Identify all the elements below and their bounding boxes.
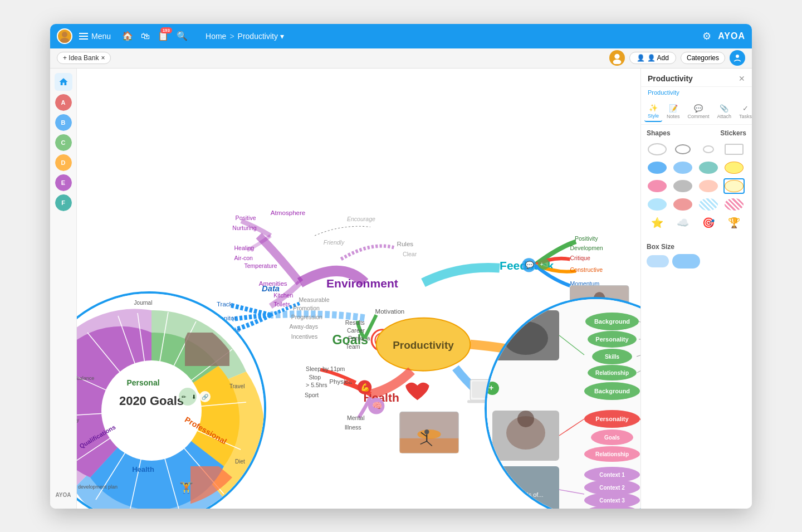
svg-text:Temperature: Temperature (244, 262, 277, 269)
svg-point-2 (614, 54, 619, 59)
shape-gray-filled[interactable] (672, 178, 693, 194)
notes-icon: 📝 (669, 104, 678, 113)
tab-style[interactable]: ✨ Style (644, 101, 662, 122)
current-page-breadcrumb[interactable]: Productivity ▾ (238, 32, 284, 41)
shape-blue-filled[interactable] (647, 160, 668, 175)
svg-text:Promotion: Promotion (293, 305, 320, 311)
topbar: Menu 🏠 🛍 📋 193 🔍 Home > Productivity ▾ ⚙… (50, 24, 752, 48)
shape-lt-blue-filled[interactable] (647, 197, 668, 212)
zoom-circle-right: + + 5 seconds of... Background Pe (485, 297, 640, 509)
svg-text:Clear: Clear (403, 251, 417, 257)
svg-text:5 seconds of...: 5 seconds of... (503, 491, 544, 498)
shape-pattern-2[interactable] (723, 197, 745, 212)
svg-text:Positive: Positive (236, 214, 256, 221)
notification-dot-3 (69, 194, 72, 198)
svg-text:Critique: Critique (570, 255, 590, 261)
shape-blue-filled-2[interactable] (672, 160, 693, 175)
box-size-small[interactable] (647, 255, 669, 267)
svg-rect-134 (185, 333, 229, 366)
panel-close-button[interactable]: ✕ (739, 74, 745, 83)
shape-red-filled[interactable] (672, 197, 693, 212)
shape-sticker-heart[interactable]: 🎯 (698, 215, 719, 231)
shape-rect-outline[interactable] (723, 141, 745, 157)
svg-point-94 (424, 429, 429, 434)
svg-text:Work-life balance: Work-life balance (77, 375, 94, 381)
idea-bank-button[interactable]: + Idea Bank × (57, 52, 111, 64)
shape-pink-filled[interactable] (647, 178, 668, 194)
svg-text:Data: Data (262, 284, 280, 293)
svg-text:Progression: Progression (291, 313, 322, 320)
sidebar-item-home[interactable] (55, 73, 72, 91)
shape-teal-filled[interactable] (698, 160, 719, 175)
svg-point-3 (613, 60, 622, 64)
sidebar-item-more[interactable]: AYOA (55, 486, 72, 504)
sidebar-avatar-2[interactable]: B (55, 114, 72, 131)
sidebar-avatar-3[interactable]: C (55, 134, 72, 151)
box-size-medium[interactable] (672, 254, 700, 269)
add-button[interactable]: 👤 👤 Add (629, 52, 676, 64)
main-content: A B C D E F AYOA (50, 69, 752, 509)
svg-point-147 (503, 321, 548, 355)
svg-text:Background: Background (594, 318, 630, 325)
shape-oval-outline-2[interactable] (672, 141, 693, 157)
shape-sticker-cloud[interactable]: ☁️ (672, 215, 693, 231)
topbar-right: ⚙ AYOA (702, 30, 745, 42)
svg-text:> 5.5hrs: > 5.5hrs (306, 382, 327, 388)
box-size-options (647, 254, 746, 269)
svg-text:Environment: Environment (326, 276, 398, 289)
tab-tasks[interactable]: ✓ Tasks (736, 102, 752, 121)
menu-button[interactable]: Menu (79, 32, 111, 41)
notification-icon[interactable]: 📋 193 (158, 31, 169, 41)
svg-text:Skills: Skills (605, 354, 620, 360)
svg-text:Health: Health (132, 465, 154, 474)
search-icon[interactable]: 🔍 (177, 31, 188, 41)
sidebar-avatar-4[interactable]: D (55, 154, 72, 171)
home-icon[interactable]: 🏠 (122, 31, 133, 41)
sidebar-avatar-5[interactable]: E (55, 174, 72, 191)
svg-text:Goals: Goals (604, 435, 620, 441)
svg-text:Context 2: Context 2 (599, 485, 625, 491)
stickers-label: Stickers (720, 129, 746, 137)
tab-attach[interactable]: 📎 Attach (714, 102, 735, 121)
shape-sticker-star[interactable]: ⭐ (647, 215, 668, 231)
shape-oval-small[interactable] (698, 141, 719, 157)
svg-point-25 (538, 258, 550, 270)
subtoolbar-right: 👤 👤 Add Categories (609, 50, 745, 66)
home-breadcrumb[interactable]: Home (206, 32, 226, 41)
svg-rect-157 (492, 466, 559, 509)
svg-text:🏋: 🏋 (179, 481, 193, 494)
tab-notes-label: Notes (667, 114, 680, 119)
user-avatar[interactable] (57, 28, 72, 44)
shape-yellow-filled[interactable] (723, 160, 745, 175)
settings-icon[interactable]: ⚙ (702, 30, 711, 42)
tab-comment[interactable]: 💬 Comment (684, 102, 713, 121)
tasks-icon: ✓ (742, 104, 749, 113)
shape-sticker-4[interactable]: 🏆 (723, 215, 745, 231)
svg-text:Journal: Journal (134, 300, 153, 306)
svg-text:Personal: Personal (126, 378, 159, 387)
svg-text:Stop: Stop (309, 374, 321, 380)
canvas-area[interactable]: Positive Nurturing Atmosphere Healing Ai… (77, 69, 640, 509)
tab-comment-label: Comment (688, 114, 710, 119)
shape-pattern-1[interactable] (698, 197, 719, 212)
add-label: 👤 Add (647, 54, 669, 62)
svg-text:Travel: Travel (229, 383, 244, 389)
app-window: Menu 🏠 🛍 📋 193 🔍 Home > Productivity ▾ ⚙… (50, 24, 752, 509)
shape-oval-outline[interactable] (647, 141, 668, 157)
bag-icon[interactable]: 🛍 (141, 31, 150, 41)
svg-text:Incentives: Incentives (291, 333, 317, 339)
panel-tabs: ✨ Style 📝 Notes 💬 Comment 📎 Attach ✓ (641, 99, 752, 125)
sidebar-avatar-1[interactable]: A (55, 94, 72, 111)
shape-peach-filled[interactable] (698, 178, 719, 194)
svg-text:Illness: Illness (345, 423, 361, 430)
categories-button[interactable]: Categories (681, 52, 725, 64)
sidebar-avatar-6[interactable]: F (55, 194, 72, 211)
shape-yellow-selected[interactable] (723, 178, 745, 194)
user-icon-right[interactable] (730, 50, 745, 66)
svg-text:Healing: Healing (234, 245, 255, 251)
svg-point-4 (736, 55, 739, 58)
panel-subtitle: Productivity (641, 87, 752, 99)
svg-text:Mental: Mental (347, 414, 365, 421)
svg-text:Career: Career (347, 327, 365, 334)
tab-notes[interactable]: 📝 Notes (663, 102, 683, 121)
